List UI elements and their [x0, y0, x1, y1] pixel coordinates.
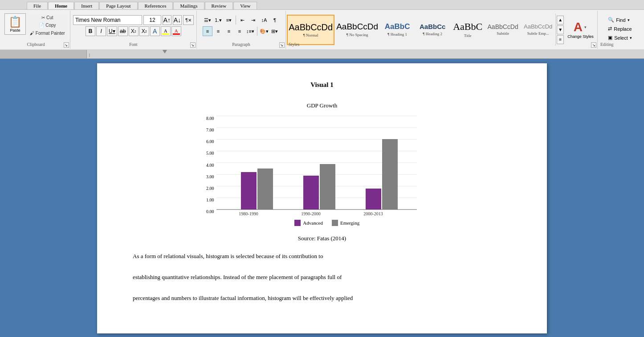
subscript-button[interactable]: X2 — [129, 26, 139, 36]
font-section: Times New Roman 12 A↑ A↓ ¶✕ B I U ▾ ab X… — [70, 11, 197, 49]
style-subtitle[interactable]: AaBbCcDd Subtitle — [485, 15, 520, 45]
replace-button[interactable]: ⇄ Replace — [605, 25, 635, 33]
style-h2-label: ¶ Heading 2 — [423, 32, 442, 36]
style-h1-label: ¶ Heading 1 — [387, 32, 407, 37]
decrease-indent-button[interactable]: ⇤ — [238, 15, 248, 25]
align-center-button[interactable]: ≡ — [213, 26, 223, 36]
styles-scroll-down[interactable]: ▼ — [557, 25, 564, 34]
bold-button[interactable]: B — [86, 26, 95, 36]
body-paragraph-3: percentages and numbers to illustrate fa… — [133, 293, 511, 303]
show-formatting-button[interactable]: ¶ — [270, 15, 280, 25]
style-subtle-preview: AaBbCcDd — [524, 24, 552, 30]
styles-scroll-up[interactable]: ▲ — [557, 16, 564, 25]
copy-button[interactable]: 📄 Copy — [28, 22, 67, 29]
ribbon-tabs: File Home Insert Page Layout References … — [0, 0, 644, 10]
tab-home[interactable]: Home — [48, 2, 74, 9]
style-no-spacing-preview: AaBbCcDd — [336, 22, 378, 32]
select-icon: ▣ — [608, 35, 612, 41]
find-arrow: ▾ — [628, 18, 630, 22]
ribbon: 📋 Paste ✂ Cut 📄 Copy 🖌 Format Painter Cl… — [0, 10, 644, 50]
styles-scroll: ▲ ▼ ≡ — [555, 14, 565, 46]
change-styles-button[interactable]: A ▾ Change Styles — [565, 18, 596, 41]
ruler-tab-marker[interactable] — [163, 50, 167, 53]
align-right-button[interactable]: ≡ — [224, 26, 234, 36]
clipboard-expand-button[interactable]: ↘ — [64, 42, 69, 48]
change-styles-arrow: ▾ — [583, 25, 587, 29]
style-normal-label: ¶ Normal — [303, 33, 318, 37]
underline-button[interactable]: U ▾ — [107, 26, 117, 36]
style-subtle-emp[interactable]: AaBbCcDd Subtle Emp... — [521, 15, 555, 45]
font-shrink-button[interactable]: A↓ — [173, 15, 182, 25]
find-label: Find — [616, 17, 625, 23]
y-label-6: 6.00 — [206, 139, 214, 144]
style-heading1[interactable]: AaBbC ¶ Heading 1 — [380, 15, 415, 45]
style-normal[interactable]: AaBbCcDd ¶ Normal — [287, 15, 334, 45]
paragraph-expand-button[interactable]: ↘ — [279, 42, 285, 48]
justify-button[interactable]: ≡ — [235, 26, 245, 36]
line-spacing-button[interactable]: ↕≡▾ — [245, 26, 255, 36]
document-title: Visual 1 — [133, 81, 511, 89]
tab-review[interactable]: Review — [205, 2, 233, 9]
y-label-7: 7.00 — [206, 127, 214, 132]
style-subtitle-preview: AaBbCcDd — [488, 24, 518, 30]
y-label-3: 3.00 — [206, 174, 214, 179]
borders-button[interactable]: ⊞▾ — [270, 26, 280, 36]
increase-indent-button[interactable]: ⇥ — [249, 15, 258, 25]
tab-mailings[interactable]: Mailings — [173, 2, 204, 9]
tab-insert[interactable]: Insert — [74, 2, 99, 9]
tab-file[interactable]: File — [27, 2, 48, 9]
style-title[interactable]: AaBbC Title — [450, 15, 485, 45]
select-button[interactable]: ▣ Select ▾ — [605, 34, 635, 41]
align-left-button[interactable]: ≡ — [203, 26, 212, 36]
styles-more[interactable]: ≡ — [557, 35, 564, 44]
select-arrow: ▾ — [630, 36, 632, 40]
y-label-5: 5.00 — [206, 151, 214, 156]
highlight-color-button[interactable]: A — [161, 26, 171, 36]
font-color-indicator — [173, 33, 180, 35]
x-label-1990: 1990-2000 — [301, 211, 320, 216]
paragraph-section: ☰▾ 1.▾ ≡▾ ⇤ ⇥ ↕A ¶ ≡ ≡ ≡ ≡ ↕≡▾ 🎨▾ ⊞▾ Par… — [197, 11, 286, 49]
style-no-spacing[interactable]: AaBbCcDd ¶ No Spacing — [335, 15, 379, 45]
superscript-button[interactable]: X2 — [139, 26, 149, 36]
tab-view[interactable]: View — [233, 2, 257, 9]
italic-button[interactable]: I — [96, 26, 106, 36]
bar-2000-emerging — [382, 139, 398, 210]
multilevel-list-button[interactable]: ≡▾ — [224, 15, 234, 25]
chart-container: GDP Growth 8.00 7.00 6.00 5.00 4.00 3.00… — [206, 102, 438, 226]
font-expand-button[interactable]: ↘ — [190, 42, 196, 48]
font-color-button[interactable]: A — [171, 26, 181, 36]
bar-1980-advanced — [241, 172, 257, 210]
font-name-input[interactable]: Times New Roman — [73, 15, 142, 25]
tab-page-layout[interactable]: Page Layout — [99, 2, 137, 9]
numbering-button[interactable]: 1.▾ — [213, 15, 223, 25]
font-size-input[interactable]: 12 — [143, 15, 161, 25]
styles-section-label: Styles — [289, 42, 299, 47]
paste-label: Paste — [10, 28, 20, 33]
sort-button[interactable]: ↕A — [259, 15, 269, 25]
format-painter-button[interactable]: 🖌 Format Painter — [28, 29, 67, 37]
tab-references[interactable]: References — [138, 2, 173, 9]
body-paragraph: As a form of relational visuals, histogr… — [133, 251, 511, 261]
legend-emerging: Emerging — [332, 220, 359, 226]
paste-button[interactable]: 📋 Paste — [4, 13, 26, 35]
document-area: Visual 1 GDP Growth 8.00 7.00 6.00 5.00 … — [0, 59, 644, 337]
strikethrough-button[interactable]: ab — [118, 26, 128, 36]
find-button[interactable]: 🔍 Find ▾ — [605, 16, 635, 24]
x-label-2000: 2000-2013 — [363, 211, 383, 216]
style-heading2[interactable]: AaBbCc ¶ Heading 2 — [415, 15, 450, 45]
cut-button[interactable]: ✂ Cut — [28, 14, 67, 21]
editing-buttons: 🔍 Find ▾ ⇄ Replace ▣ Select ▾ — [603, 14, 637, 43]
chart-title: GDP Growth — [206, 102, 438, 109]
clear-format-button[interactable]: ¶✕ — [183, 15, 194, 25]
legend-emerging-label: Emerging — [340, 220, 359, 226]
styles-expand-button[interactable]: ↘ — [591, 42, 596, 48]
font-grow-button[interactable]: A↑ — [163, 15, 171, 25]
shading-button[interactable]: 🎨▾ — [259, 26, 269, 36]
y-label-1: 1.00 — [206, 197, 214, 202]
style-normal-preview: AaBbCcDd — [289, 22, 333, 32]
text-effects-button[interactable]: A — [150, 26, 160, 36]
font-row2: B I U ▾ ab X2 X2 A A A — [86, 26, 181, 36]
select-label: Select — [614, 35, 628, 41]
svg-rect-0 — [87, 50, 644, 59]
bullets-button[interactable]: ☰▾ — [203, 15, 212, 25]
